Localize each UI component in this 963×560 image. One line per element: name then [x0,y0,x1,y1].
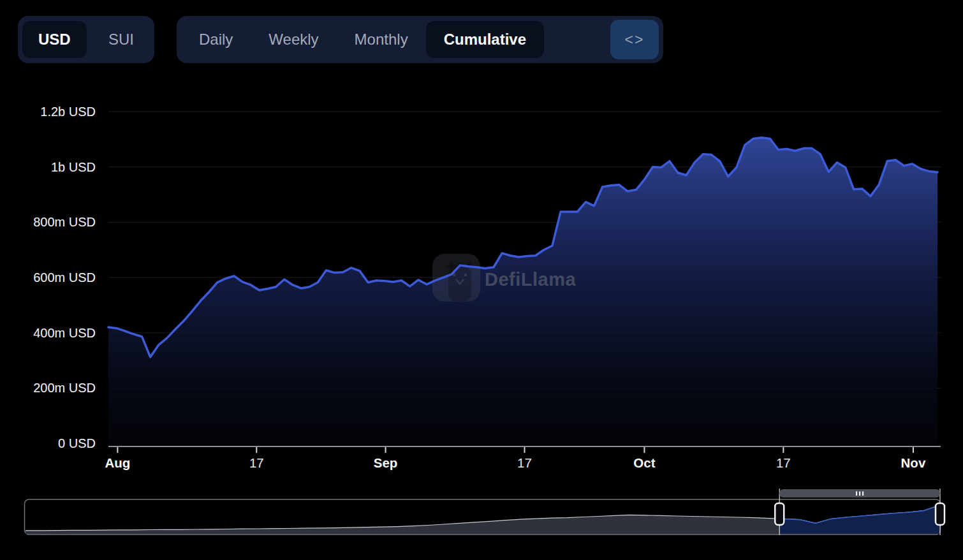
brush-handle-left[interactable] [775,503,784,525]
main-chart: 1.2b USD1b USD800m USD600m USD400m USD20… [0,0,963,560]
x-axis-label: Oct [633,455,655,470]
x-axis-label: 17 [776,455,791,470]
chart-plot-area[interactable] [108,83,941,446]
x-axis-label: Sep [374,455,398,470]
y-axis-label: 800m USD [33,215,96,229]
y-axis-label: 0 USD [58,436,96,450]
y-axis-label: 600m USD [33,270,96,284]
y-axis-label: 1b USD [51,160,96,174]
x-axis-label: 17 [249,455,264,470]
brush-grip-icon [859,492,860,496]
y-axis-label: 1.2b USD [40,105,96,119]
x-axis-label: Aug [105,455,130,470]
brush-handle-right[interactable] [936,503,945,525]
brush-grip-icon [856,492,857,496]
x-axis-label: Nov [901,455,926,470]
y-axis-label: 400m USD [33,326,96,340]
brush-grip-icon [862,492,864,496]
y-axis-label: 200m USD [33,381,96,395]
x-axis-label: 17 [517,455,532,470]
